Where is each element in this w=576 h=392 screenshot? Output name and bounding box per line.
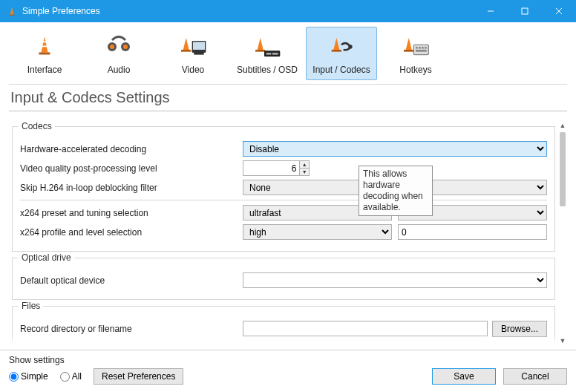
svg-rect-2 <box>522 8 528 14</box>
optical-device-label: Default optical device <box>20 275 243 286</box>
svg-rect-14 <box>193 42 205 50</box>
category-label: Subtitles / OSD <box>234 65 301 75</box>
postproc-input[interactable] <box>243 160 299 176</box>
scroll-thumb[interactable] <box>560 132 566 206</box>
audio-icon <box>85 32 152 62</box>
group-legend: Files <box>19 301 43 311</box>
category-label: Video <box>160 65 226 75</box>
x264-preset-label: x264 preset and tuning selection <box>20 208 243 218</box>
category-label: Hotkeys <box>382 65 449 75</box>
input-codecs-icon <box>308 32 375 62</box>
group-files: Files Record directory or filename Brows… <box>12 306 555 346</box>
group-legend: Optical drive <box>19 252 74 263</box>
svg-rect-28 <box>416 50 427 52</box>
group-divider <box>20 200 547 200</box>
browse-button[interactable]: Browse... <box>492 321 547 337</box>
radio-simple[interactable]: Simple <box>9 371 48 382</box>
cancel-button[interactable]: Cancel <box>503 368 567 385</box>
vlc-cone-icon <box>6 5 18 17</box>
heading-separator <box>9 111 567 111</box>
scroll-down-icon[interactable]: ▼ <box>558 336 567 346</box>
preload-mkv-checkbox-row[interactable]: Preload MKV files in the same directory <box>20 341 547 346</box>
x264-level-input[interactable] <box>398 224 547 240</box>
save-button[interactable]: Save <box>432 368 496 385</box>
spin-down-icon[interactable]: ▼ <box>300 169 309 175</box>
svg-rect-7 <box>42 46 47 48</box>
category-input-codecs[interactable]: Input / Codecs <box>306 27 377 80</box>
reset-preferences-button[interactable]: Reset Preferences <box>94 368 183 385</box>
titlebar: Simple Preferences <box>0 0 576 22</box>
postproc-label: Video quality post-processing level <box>20 163 243 174</box>
svg-rect-26 <box>422 47 424 49</box>
category-audio[interactable]: Audio <box>83 27 154 80</box>
category-interface[interactable]: Interface <box>9 27 80 80</box>
x264-profile-label: x264 profile and level selection <box>20 227 243 238</box>
hw-decoding-select[interactable]: Disable <box>243 141 547 157</box>
maximize-button[interactable] <box>508 0 542 22</box>
preload-mkv-label: Preload MKV files in the same directory <box>33 344 189 346</box>
footer: Show settings Simple All Reset Preferenc… <box>0 350 576 392</box>
svg-rect-16 <box>255 50 265 52</box>
window-title: Simple Preferences <box>22 6 100 16</box>
settings-scroll-area: Codecs Hardware-accelerated decoding Dis… <box>9 120 558 346</box>
preload-mkv-checkbox[interactable] <box>20 344 30 347</box>
svg-point-21 <box>348 45 352 48</box>
page-title: Input & Codecs Settings <box>0 85 576 111</box>
svg-rect-27 <box>425 47 427 49</box>
hw-decoding-label: Hardware-accelerated decoding <box>20 144 243 154</box>
svg-rect-6 <box>43 42 47 43</box>
group-optical-drive: Optical drive Default optical device <box>12 258 555 300</box>
svg-rect-15 <box>194 53 203 55</box>
svg-point-10 <box>110 45 114 49</box>
svg-point-11 <box>123 45 128 49</box>
svg-rect-19 <box>272 53 278 55</box>
spin-buttons[interactable]: ▲▼ <box>299 160 310 176</box>
x264-profile-select[interactable]: high <box>243 224 392 240</box>
postproc-spin[interactable]: ▲▼ <box>243 160 310 176</box>
tooltip: This allows hardware decoding when avail… <box>359 166 433 216</box>
svg-rect-5 <box>39 53 50 55</box>
category-label: Input / Codecs <box>308 65 375 75</box>
category-label: Audio <box>85 65 152 75</box>
video-icon <box>160 32 226 62</box>
svg-rect-18 <box>266 53 272 55</box>
radio-all[interactable]: All <box>60 371 82 382</box>
skip-loop-label: Skip H.264 in-loop deblocking filter <box>20 183 243 193</box>
category-label: Interface <box>11 65 78 75</box>
spin-up-icon[interactable]: ▲ <box>300 161 309 169</box>
subtitles-icon <box>234 32 301 62</box>
hotkeys-icon <box>382 32 449 62</box>
svg-rect-24 <box>416 47 418 49</box>
record-dir-input[interactable] <box>243 321 488 336</box>
vertical-scrollbar[interactable]: ▲ ▼ <box>558 120 567 346</box>
svg-rect-20 <box>332 50 341 52</box>
category-video[interactable]: Video <box>157 27 229 80</box>
show-settings-label: Show settings <box>9 355 567 365</box>
group-legend: Codecs <box>19 121 55 131</box>
category-toolbar: Interface Audio Video Subtitles / OSD In… <box>0 22 576 80</box>
scroll-up-icon[interactable]: ▲ <box>558 120 567 131</box>
close-button[interactable] <box>542 0 576 22</box>
group-codecs: Codecs Hardware-accelerated decoding Dis… <box>12 126 555 252</box>
svg-rect-0 <box>10 15 15 16</box>
minimize-button[interactable] <box>474 0 508 22</box>
category-subtitles[interactable]: Subtitles / OSD <box>232 27 303 80</box>
optical-device-select[interactable] <box>243 272 547 288</box>
record-dir-label: Record directory or filename <box>20 324 243 334</box>
interface-icon <box>11 32 78 62</box>
svg-rect-12 <box>181 50 191 52</box>
svg-rect-25 <box>419 47 421 49</box>
svg-rect-22 <box>404 50 413 52</box>
category-hotkeys[interactable]: Hotkeys <box>380 27 451 80</box>
